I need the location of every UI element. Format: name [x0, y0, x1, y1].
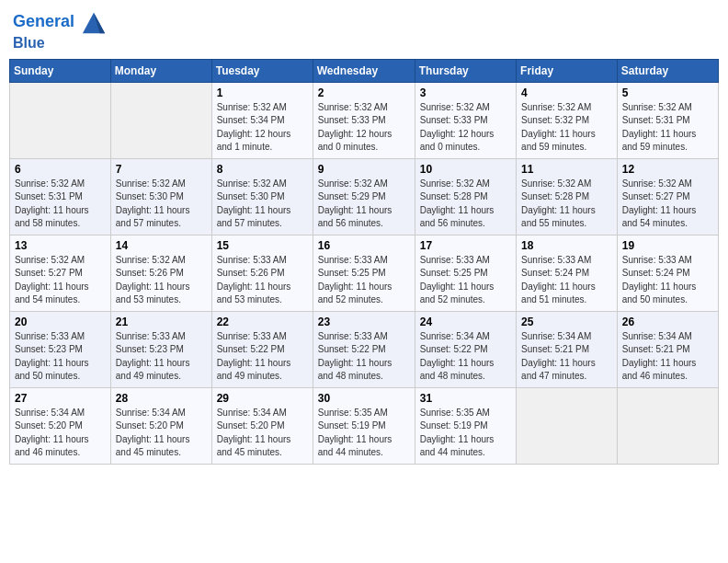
day-number: 26 — [622, 316, 713, 328]
day-info: Sunrise: 5:32 AM Sunset: 5:26 PM Dayligh… — [116, 254, 207, 307]
weekday-header-tuesday: Tuesday — [211, 59, 313, 82]
calendar-cell: 19Sunrise: 5:33 AM Sunset: 5:24 PM Dayli… — [617, 235, 718, 311]
page-header: General Blue — [9, 9, 719, 52]
day-number: 31 — [420, 392, 511, 405]
day-info: Sunrise: 5:34 AM Sunset: 5:20 PM Dayligh… — [15, 407, 106, 460]
calendar-cell — [10, 82, 111, 158]
day-info: Sunrise: 5:32 AM Sunset: 5:28 PM Dayligh… — [420, 178, 511, 231]
calendar-cell: 22Sunrise: 5:33 AM Sunset: 5:22 PM Dayli… — [211, 311, 313, 387]
calendar-cell — [617, 387, 718, 464]
calendar-cell: 11Sunrise: 5:32 AM Sunset: 5:28 PM Dayli… — [517, 158, 618, 235]
day-info: Sunrise: 5:32 AM Sunset: 5:34 PM Dayligh… — [217, 101, 308, 155]
day-info: Sunrise: 5:32 AM Sunset: 5:30 PM Dayligh… — [217, 178, 308, 231]
day-number: 28 — [116, 392, 207, 405]
day-number: 16 — [318, 239, 410, 252]
day-info: Sunrise: 5:32 AM Sunset: 5:32 PM Dayligh… — [521, 101, 612, 155]
calendar-cell: 24Sunrise: 5:34 AM Sunset: 5:22 PM Dayli… — [415, 311, 516, 387]
day-info: Sunrise: 5:32 AM Sunset: 5:31 PM Dayligh… — [15, 178, 106, 231]
weekday-header-monday: Monday — [110, 59, 211, 82]
logo: General Blue — [13, 9, 107, 52]
calendar-cell: 1Sunrise: 5:32 AM Sunset: 5:34 PM Daylig… — [211, 82, 313, 158]
day-info: Sunrise: 5:32 AM Sunset: 5:28 PM Dayligh… — [521, 178, 612, 231]
day-number: 11 — [521, 163, 612, 176]
day-info: Sunrise: 5:32 AM Sunset: 5:33 PM Dayligh… — [420, 101, 511, 155]
day-info: Sunrise: 5:35 AM Sunset: 5:19 PM Dayligh… — [318, 407, 410, 460]
day-number: 7 — [116, 163, 207, 176]
calendar-cell: 13Sunrise: 5:32 AM Sunset: 5:27 PM Dayli… — [10, 235, 111, 311]
day-number: 29 — [217, 392, 308, 405]
calendar-cell: 28Sunrise: 5:34 AM Sunset: 5:20 PM Dayli… — [110, 387, 211, 464]
day-info: Sunrise: 5:35 AM Sunset: 5:19 PM Dayligh… — [420, 407, 511, 460]
weekday-header-thursday: Thursday — [415, 59, 516, 82]
calendar-cell: 26Sunrise: 5:34 AM Sunset: 5:21 PM Dayli… — [617, 311, 718, 387]
day-info: Sunrise: 5:34 AM Sunset: 5:20 PM Dayligh… — [217, 407, 308, 460]
weekday-header-wednesday: Wednesday — [313, 59, 415, 82]
day-info: Sunrise: 5:33 AM Sunset: 5:25 PM Dayligh… — [318, 254, 410, 307]
calendar-cell: 10Sunrise: 5:32 AM Sunset: 5:28 PM Dayli… — [415, 158, 516, 235]
calendar-cell: 15Sunrise: 5:33 AM Sunset: 5:26 PM Dayli… — [211, 235, 313, 311]
day-info: Sunrise: 5:32 AM Sunset: 5:31 PM Dayligh… — [622, 101, 713, 155]
day-number: 20 — [15, 316, 106, 328]
calendar-cell — [517, 387, 618, 464]
day-number: 13 — [15, 239, 106, 252]
calendar-cell: 6Sunrise: 5:32 AM Sunset: 5:31 PM Daylig… — [10, 158, 111, 235]
day-number: 6 — [15, 163, 106, 176]
calendar-cell: 4Sunrise: 5:32 AM Sunset: 5:32 PM Daylig… — [517, 82, 618, 158]
day-number: 2 — [318, 86, 410, 99]
day-info: Sunrise: 5:34 AM Sunset: 5:22 PM Dayligh… — [420, 330, 511, 384]
calendar-cell: 18Sunrise: 5:33 AM Sunset: 5:24 PM Dayli… — [517, 235, 618, 311]
calendar-table: SundayMondayTuesdayWednesdayThursdayFrid… — [9, 59, 719, 465]
day-info: Sunrise: 5:32 AM Sunset: 5:27 PM Dayligh… — [622, 178, 713, 231]
day-info: Sunrise: 5:33 AM Sunset: 5:24 PM Dayligh… — [622, 254, 713, 307]
day-number: 1 — [217, 86, 308, 99]
day-info: Sunrise: 5:32 AM Sunset: 5:27 PM Dayligh… — [15, 254, 106, 307]
logo-text: General — [13, 9, 107, 35]
day-info: Sunrise: 5:34 AM Sunset: 5:20 PM Dayligh… — [116, 407, 207, 460]
day-number: 12 — [622, 163, 713, 176]
logo-text2: Blue — [13, 35, 107, 52]
weekday-header-sunday: Sunday — [10, 59, 111, 82]
calendar-cell: 17Sunrise: 5:33 AM Sunset: 5:25 PM Dayli… — [415, 235, 516, 311]
calendar-cell: 3Sunrise: 5:32 AM Sunset: 5:33 PM Daylig… — [415, 82, 516, 158]
calendar-cell: 8Sunrise: 5:32 AM Sunset: 5:30 PM Daylig… — [211, 158, 313, 235]
day-info: Sunrise: 5:33 AM Sunset: 5:26 PM Dayligh… — [217, 254, 308, 307]
calendar-cell: 7Sunrise: 5:32 AM Sunset: 5:30 PM Daylig… — [110, 158, 211, 235]
day-number: 23 — [318, 316, 410, 328]
day-info: Sunrise: 5:33 AM Sunset: 5:22 PM Dayligh… — [217, 330, 308, 384]
calendar-cell: 5Sunrise: 5:32 AM Sunset: 5:31 PM Daylig… — [617, 82, 718, 158]
day-number: 22 — [217, 316, 308, 328]
day-number: 15 — [217, 239, 308, 252]
calendar-cell: 30Sunrise: 5:35 AM Sunset: 5:19 PM Dayli… — [313, 387, 415, 464]
day-info: Sunrise: 5:32 AM Sunset: 5:30 PM Dayligh… — [116, 178, 207, 231]
day-number: 9 — [318, 163, 410, 176]
day-info: Sunrise: 5:32 AM Sunset: 5:29 PM Dayligh… — [318, 178, 410, 231]
day-info: Sunrise: 5:34 AM Sunset: 5:21 PM Dayligh… — [521, 330, 612, 384]
day-number: 24 — [420, 316, 511, 328]
day-number: 14 — [116, 239, 207, 252]
calendar-header: SundayMondayTuesdayWednesdayThursdayFrid… — [10, 59, 719, 82]
day-info: Sunrise: 5:33 AM Sunset: 5:23 PM Dayligh… — [15, 330, 106, 384]
day-number: 3 — [420, 86, 511, 99]
calendar-cell: 25Sunrise: 5:34 AM Sunset: 5:21 PM Dayli… — [517, 311, 618, 387]
calendar-cell: 27Sunrise: 5:34 AM Sunset: 5:20 PM Dayli… — [10, 387, 111, 464]
calendar-cell: 23Sunrise: 5:33 AM Sunset: 5:22 PM Dayli… — [313, 311, 415, 387]
calendar-cell — [110, 82, 211, 158]
calendar-cell: 20Sunrise: 5:33 AM Sunset: 5:23 PM Dayli… — [10, 311, 111, 387]
day-number: 21 — [116, 316, 207, 328]
day-number: 4 — [521, 86, 612, 99]
day-number: 17 — [420, 239, 511, 252]
calendar-cell: 21Sunrise: 5:33 AM Sunset: 5:23 PM Dayli… — [110, 311, 211, 387]
day-number: 27 — [15, 392, 106, 405]
calendar-cell: 29Sunrise: 5:34 AM Sunset: 5:20 PM Dayli… — [211, 387, 313, 464]
day-info: Sunrise: 5:33 AM Sunset: 5:23 PM Dayligh… — [116, 330, 207, 384]
day-number: 5 — [622, 86, 713, 99]
calendar-cell: 14Sunrise: 5:32 AM Sunset: 5:26 PM Dayli… — [110, 235, 211, 311]
day-number: 8 — [217, 163, 308, 176]
weekday-header-friday: Friday — [517, 59, 618, 82]
calendar-cell: 12Sunrise: 5:32 AM Sunset: 5:27 PM Dayli… — [617, 158, 718, 235]
day-info: Sunrise: 5:34 AM Sunset: 5:21 PM Dayligh… — [622, 330, 713, 384]
weekday-header-saturday: Saturday — [617, 59, 718, 82]
day-number: 10 — [420, 163, 511, 176]
day-info: Sunrise: 5:33 AM Sunset: 5:24 PM Dayligh… — [521, 254, 612, 307]
day-info: Sunrise: 5:33 AM Sunset: 5:22 PM Dayligh… — [318, 330, 410, 384]
